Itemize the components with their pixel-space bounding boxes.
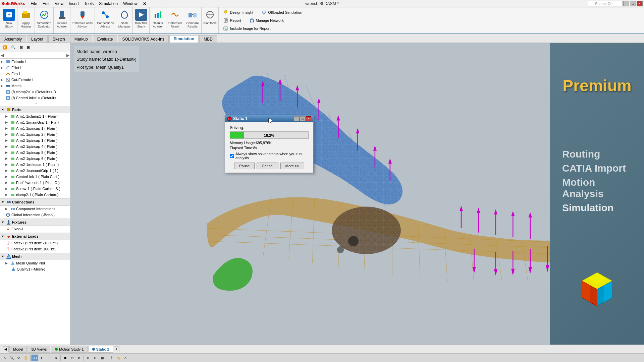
manage-network-btn[interactable]: Manage Network [248, 17, 285, 24]
tree-item-flex1[interactable]: Flex1 [0, 71, 70, 77]
menu-file[interactable]: File [28, 1, 40, 7]
bt-select[interactable]: ↖ [1, 355, 8, 361]
tree-item-mesh-quality-plot[interactable]: ▶ Mesh Quality Plot [0, 260, 70, 266]
tab-simulation[interactable]: Simulation [169, 35, 199, 43]
tab-evaluate[interactable]: Evaluate [93, 35, 117, 43]
bt-top[interactable]: T [46, 355, 52, 361]
menu-insert[interactable]: Insert [66, 1, 82, 7]
tree-item-screw1[interactable]: ▶ Screw-1 (-Plain Carbon S-) [0, 186, 70, 192]
menu-window[interactable]: Window [120, 1, 140, 7]
tree-item-arm2-pincap5[interactable]: ▶ Arm2-1/pincap-5 (-Plain-) [0, 149, 70, 156]
tab-3d-views[interactable]: 3D Views [28, 346, 50, 353]
plot-tools-group[interactable]: Plot Tools [202, 7, 219, 34]
tree-item-arm2-secondgrip[interactable]: ▶ Arm2-1/secondGrip-1 (-f-) [0, 168, 70, 174]
always-show-checkbox-row[interactable]: Always show solver status when you run a… [230, 152, 309, 160]
bt-section[interactable]: ⊘ [76, 355, 83, 361]
results-advisor-group[interactable]: ResultsAdvisor [150, 7, 166, 34]
bt-rotate[interactable]: ⟳ [15, 355, 22, 361]
tree-item-arm1-pincap2[interactable]: ▶ Arm1-1/pincap-2 (-Plain-) [0, 131, 70, 137]
tab-sketch[interactable]: Sketch [48, 35, 69, 43]
fixtures-advisor-group[interactable]: FixturesAdvisor [54, 7, 70, 34]
dialog-maximize-btn[interactable]: □ [300, 116, 305, 121]
bt-triad[interactable]: ⊕ [85, 355, 92, 361]
tree-item-arm1-pincap1[interactable]: ▶ Arm1-1/pincap-1 (-Plain-) [0, 125, 70, 131]
menu-help[interactable]: ✖ [140, 1, 149, 7]
tree-item-part1wrench[interactable]: ▶ Part1^wrench-1 (-Plain C-) [0, 180, 70, 186]
offloaded-sim-btn[interactable]: Offloaded Simulation [260, 9, 304, 16]
bt-origin[interactable]: ⊙ [92, 355, 99, 361]
pause-button[interactable]: Pause [234, 163, 255, 169]
dialog-minimize-btn[interactable]: ─ [294, 116, 299, 121]
tree-item-global-interaction[interactable]: Global Interaction (-Bonc-) [0, 212, 70, 218]
bt-right[interactable]: R [53, 355, 59, 361]
tree-item-arm2-pincap4[interactable]: ▶ Arm2-1/pincap-4 (-Plain-) [0, 143, 70, 149]
always-show-checkbox[interactable] [230, 154, 234, 158]
bt-measure[interactable]: 📏 [115, 355, 122, 361]
bt-annotation[interactable]: A [122, 355, 129, 361]
dialog-titlebar[interactable]: S Static 1 ─ □ ✕ [225, 115, 313, 122]
design-insight-btn[interactable]: Design Insight [222, 9, 255, 16]
close-btn[interactable]: ✕ [637, 1, 643, 6]
more-button[interactable]: More >> [280, 163, 304, 169]
shell-manager-group[interactable]: ShellManager [116, 7, 133, 34]
report-btn[interactable]: Report [222, 17, 242, 24]
tree-item-arm1-maingrip[interactable]: ▶ Arm1-1/mainGrip-1 (-Pla-) [0, 119, 70, 125]
bt-wireframe[interactable]: ◻ [69, 355, 75, 361]
new-study-group[interactable]: NewStudy [1, 7, 17, 34]
tree-item-component-interactions[interactable]: ▶ Component Interactions [0, 206, 70, 212]
external-loads-group[interactable]: External LoadsAdvisor [70, 7, 95, 34]
section-fixtures[interactable]: ▼ Fixtures [0, 219, 70, 226]
search-btn[interactable]: 🔍 [9, 44, 17, 51]
tab-static1[interactable]: Static 1 [88, 346, 113, 353]
tree-item-force2[interactable]: Force-2 (:Per item: 100 lbf:) [0, 246, 70, 252]
bt-shaded[interactable]: ◼ [62, 355, 68, 361]
menu-view[interactable]: View [52, 1, 66, 7]
tree-item-arm2-release[interactable]: ▶ Arm2-1/release-1 (-Plain-) [0, 162, 70, 168]
dialog-close-btn[interactable]: ✕ [306, 116, 311, 121]
bt-pan[interactable]: ✋ [22, 355, 29, 361]
filter-btn[interactable]: 🔽 [1, 44, 9, 51]
tree-item-force1[interactable]: Force-1 (:Per item: -100 lbf:) [0, 240, 70, 246]
tab-addins[interactable]: SOLIDWORKS Add-Ins [118, 35, 168, 43]
tree-item-centerlink1[interactable]: ▶ CenterLink-1 (-Plain Cart-) [0, 174, 70, 180]
tree-item-cut-extrude1[interactable]: ▶ Cut-Extrude1 [0, 77, 70, 83]
connections-advisor-group[interactable]: ConnectionsAdvisor [95, 7, 116, 34]
tree-item-clamp2-1[interactable]: ▶ clamp2-1 (-Plain Carbon-) [0, 192, 70, 198]
maximize-btn[interactable]: □ [630, 1, 636, 6]
tree-item-mates[interactable]: ▶ Mates [0, 83, 70, 89]
compare-results-group[interactable]: CompareResults [184, 7, 202, 34]
tree-item-extrude1[interactable]: ▶ Extrude1 [0, 59, 70, 65]
apply-material-group[interactable]: ApplyMaterial [17, 7, 35, 34]
menu-simulation[interactable]: Simulation [96, 1, 120, 7]
include-image-btn[interactable]: Include Image for Report [222, 25, 272, 32]
scroll-left-btn[interactable]: ◀ [3, 346, 9, 352]
tree-item-arm2-pincap6[interactable]: ▶ Arm2-1/pincap-6 (-Plain-) [0, 156, 70, 162]
section-external-loads[interactable]: ▼ External Loads [0, 233, 70, 240]
tab-markup[interactable]: Markup [70, 35, 92, 43]
simulation-evaluator-group[interactable]: SimulationEvaluator [35, 7, 54, 34]
tree-item-clamp2[interactable]: (f) clamp2<1> (Default<< Default-) [0, 89, 70, 95]
bt-zoom[interactable]: 🔍 [8, 355, 15, 361]
sidebar-expand-btn[interactable]: ▶ [66, 53, 69, 58]
menu-edit[interactable]: Edit [40, 1, 52, 7]
tab-assembly[interactable]: Assembly [0, 35, 26, 43]
bt-iso[interactable]: 3D [32, 355, 38, 361]
bt-probe[interactable]: 📍 [108, 355, 115, 361]
bt-front[interactable]: F [39, 355, 45, 361]
tree-item-centerlink[interactable]: (f) CenterLink<1> (Default<< Defa-) [0, 95, 70, 101]
collapse-all-btn[interactable]: ⊟ [18, 44, 24, 51]
tree-item-arm2-pincap1[interactable]: ▶ Arm2-1/pincap-1 (-Plain-) [0, 137, 70, 143]
tree-item-fillet1[interactable]: ▶ Fillet1 [0, 65, 70, 71]
tree-item-arm1-clamp1[interactable]: ▶ Arm1-1/clamp1-1 (-Plain-) [0, 113, 70, 119]
sidebar-collapse-btn[interactable]: ◀ [1, 53, 4, 58]
tab-layout[interactable]: Layout [27, 35, 48, 43]
tab-mbd[interactable]: MBD [199, 35, 217, 43]
cancel-button[interactable]: Cancel [257, 163, 278, 169]
tree-item-quality1[interactable]: Quality1 (-Mesh-) [0, 266, 70, 272]
tab-motion-study[interactable]: Motion Study 1 [51, 346, 87, 353]
section-connections[interactable]: ▼ Connections [0, 198, 70, 206]
menu-tools[interactable]: Tools [82, 1, 96, 7]
section-parts[interactable]: ▼ Parts [0, 106, 70, 113]
deformed-result-group[interactable]: DeformedResult [166, 7, 184, 34]
tab-model[interactable]: Model [9, 346, 27, 353]
